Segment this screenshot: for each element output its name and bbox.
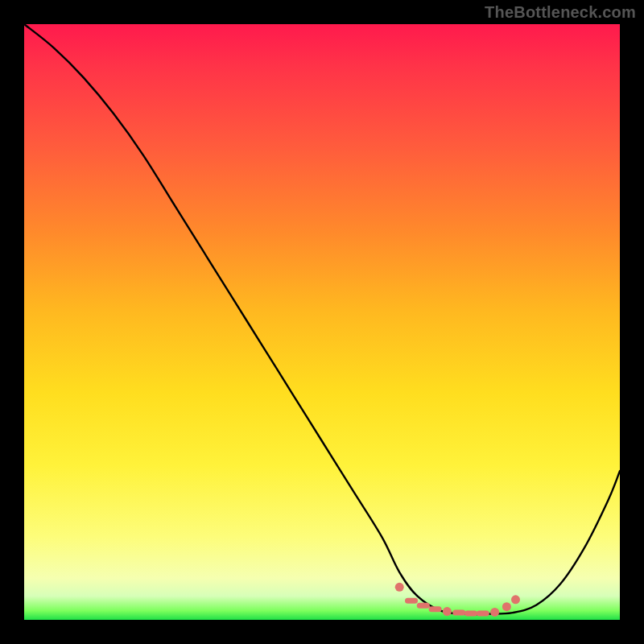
marker-dot	[502, 602, 511, 611]
watermark-text: TheBottleneck.com	[485, 3, 636, 22]
marker-segment	[452, 610, 465, 616]
marker-dot	[443, 607, 452, 616]
marker-segment	[417, 603, 430, 609]
marker-segment	[464, 610, 477, 616]
marker-segment	[405, 598, 418, 604]
marker-group	[395, 583, 520, 617]
plot-area	[24, 24, 620, 620]
marker-segment	[477, 610, 489, 616]
bottleneck-curve	[24, 24, 620, 614]
marker-dot	[511, 595, 520, 604]
marker-dot	[395, 583, 404, 592]
marker-dot	[490, 608, 499, 617]
marker-segment	[429, 606, 442, 612]
curve-svg	[24, 24, 620, 620]
chart-frame: TheBottleneck.com	[0, 0, 644, 644]
